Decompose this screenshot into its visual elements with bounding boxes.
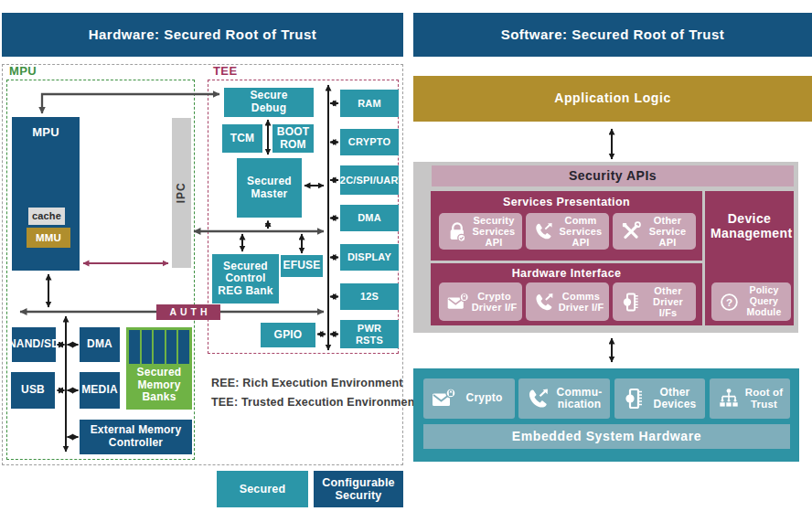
- other-service-api-box: Other Service API: [613, 213, 696, 250]
- secured-memory-banks-label: Secured Memory Banks: [129, 364, 189, 407]
- tools-icon: [619, 219, 643, 243]
- policy-query-module-label: Policy Query Module: [741, 285, 787, 317]
- other-driver-label: Other Driver I/Fs: [644, 285, 692, 319]
- security-apis-bar: Security APIs: [432, 165, 794, 186]
- embedded-communication-label: Commu-nication: [552, 387, 606, 411]
- gpio-block: GPIO: [261, 323, 315, 347]
- i2c-spi-uart-port: 12C/SPI/UART: [340, 165, 399, 195]
- usb-block: USB: [11, 372, 55, 409]
- security-services-api-box: Security Services API: [439, 213, 522, 250]
- services-presentation-title: Services Presentation: [431, 196, 702, 208]
- crypto-driver-label: Crypto Driver I/F: [470, 291, 518, 314]
- external-memory-controller-block: External Memory Controller: [80, 420, 192, 454]
- pwr-rsts-port: PWR RSTS: [340, 320, 399, 348]
- embedded-root-of-trust-label: Root of Trust: [742, 387, 786, 410]
- comms-driver-label: Comms Driver I/F: [557, 291, 605, 314]
- phone-arrow-icon: [532, 219, 556, 243]
- mpu-group-label: MPU: [9, 64, 37, 78]
- memory-bank-stripes: [129, 330, 189, 364]
- lock-check-icon: [445, 219, 469, 243]
- embedded-crypto-label: Crypto: [457, 392, 511, 404]
- comm-services-api-label: Comm Services API: [556, 215, 605, 249]
- secured-master-block: Secured Master: [237, 158, 302, 218]
- boot-rom-block: BOOT ROM: [272, 124, 314, 153]
- efuse-block: EFUSE: [281, 255, 323, 277]
- auth-bar: AUTH: [156, 304, 220, 320]
- display-port: DISPLAY: [340, 244, 399, 271]
- embedded-other-devices-box: Other Devices: [614, 378, 705, 419]
- ree-note: REE: Rich Execution Environment: [211, 377, 403, 389]
- chip-icon: [619, 290, 644, 314]
- device-management-title: Device Management: [705, 211, 794, 240]
- mmu-block: MMU: [27, 228, 70, 248]
- tee-note: TEE: Trusted Execution Environment: [211, 396, 419, 409]
- hardware-interface-title: Hardware Interface: [431, 267, 702, 280]
- secure-debug-block: Secure Debug: [224, 88, 314, 117]
- phone-arrow-icon: [525, 385, 552, 412]
- comm-services-api-box: Comm Services API: [526, 213, 609, 250]
- secured-control-reg-bank-block: Secured Control REG Bank: [212, 254, 279, 304]
- security-services-api-label: Security Services API: [469, 215, 518, 249]
- secured-root-of-trust-diagram: Hardware: Secured Root of Trust MPU TEE …: [0, 0, 812, 522]
- question-circle-icon: [718, 291, 741, 314]
- ipc-bar: IPC: [172, 118, 191, 268]
- other-service-api-label: Other Service API: [643, 215, 692, 249]
- hardware-section-title: Hardware: Secured Root of Trust: [2, 13, 403, 57]
- embedded-root-of-trust-box: Root of Trust: [710, 378, 790, 419]
- legend-secured: Secured: [217, 471, 308, 507]
- tcm-block: TCM: [222, 124, 262, 153]
- comms-driver-box: Comms Driver I/F: [526, 282, 609, 321]
- legend-configurable-security: Configurable Security: [314, 471, 403, 507]
- chip-icon: [621, 385, 648, 412]
- crypto-driver-box: Crypto Driver I/F: [439, 282, 522, 321]
- envelope-lock-icon: [430, 385, 457, 412]
- application-logic-bar: Application Logic: [413, 76, 812, 122]
- policy-query-module-box: Policy Query Module: [711, 282, 791, 321]
- crypto-port: CRYPTO: [340, 129, 399, 155]
- dma-port: DMA: [340, 205, 399, 231]
- dma-block: DMA: [80, 327, 120, 362]
- ram-port: RAM: [340, 90, 399, 117]
- embedded-crypto-box: Crypto: [423, 378, 515, 419]
- other-driver-box: Other Driver I/Fs: [613, 282, 696, 321]
- secured-memory-banks-block: Secured Memory Banks: [126, 327, 192, 410]
- media-block: MEDIA: [80, 372, 120, 409]
- i2s-port: 12S: [340, 283, 399, 310]
- cache-block: cache: [28, 208, 65, 225]
- embedded-system-hardware-bar: Embedded System Hardware: [423, 424, 790, 449]
- tee-group-label: TEE: [213, 64, 237, 78]
- software-section-title: Software: Secured Root of Trust: [413, 13, 812, 57]
- envelope-lock-icon: [445, 290, 470, 314]
- embedded-other-devices-label: Other Devices: [648, 387, 701, 411]
- embedded-communication-box: Commu-nication: [518, 378, 610, 419]
- tree-icon: [716, 386, 742, 411]
- nand-sd-block: NAND/SD: [12, 327, 56, 362]
- phone-arrow-icon: [532, 290, 557, 314]
